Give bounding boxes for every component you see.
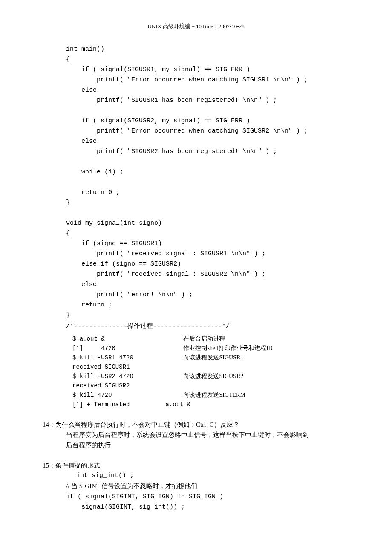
a14-line2: 后台程序的执行 <box>66 440 349 450</box>
term-r5l: $ kill -USR2 4720 <box>72 373 133 380</box>
qa-15: 15：条件捕捉的形式 int sig_int() ; // 当 SIGINT 信… <box>43 460 349 512</box>
term-r2r: 作业控制shell打印作业号和进程ID <box>183 345 272 351</box>
terminal-session: $ a.out & 在后台启动进程 [1] 4720 作业控制shell打印作业… <box>72 334 349 409</box>
term-r7l: $ kill 4720 <box>72 392 112 399</box>
qa-14: 14：为什么当程序后台执行时，不会对中止键（例如：Ctrl+C）反应？ 当程序变… <box>43 419 349 450</box>
code-15b: // 当 SIGINT 信号设置为不忽略时，才捕捉他们 <box>66 481 349 492</box>
sep-text: 操作过程 <box>127 322 153 329</box>
a14-line1: 当程序变为后台程序时，系统会设置忽略中止信号，这样当按下中止键时，不会影响到 <box>66 430 349 440</box>
term-r6l: received SIGUSR2 <box>72 382 130 389</box>
page-header: UNIX 高级环境编－10Time：2007-10-28 <box>43 21 349 32</box>
term-r5r: 向该进程发送SIGUSR2 <box>183 373 243 379</box>
term-r1r: 在后台启动进程 <box>183 335 225 342</box>
document-page: UNIX 高级环境编－10Time：2007-10-28 int main() … <box>0 0 392 538</box>
term-r7r: 向该进程发送SIGTERM <box>183 392 245 398</box>
term-r3l: $ kill -USR1 4720 <box>72 354 133 361</box>
code-block-main: int main() { if ( signal(SIGUSR1, my_sig… <box>66 44 349 321</box>
term-r1l: $ a.out & <box>72 335 105 342</box>
term-r8l: [1] + Terminated a.out & <box>72 401 190 408</box>
sep-post: ------------------*/ <box>153 323 230 330</box>
term-r2l: [1] 4720 <box>72 345 115 352</box>
code-15a: int sig_int() ; <box>72 471 349 481</box>
code-15c: if ( signal(SIGINT, SIG_IGN) != SIG_IGN … <box>66 492 349 512</box>
code-15b-text: // 当 SIGINT 信号设置为不忽略时，才捕捉他们 <box>66 483 197 489</box>
term-r4l: received SIGUSR1 <box>72 364 130 370</box>
q15-text: 15：条件捕捉的形式 <box>43 460 349 471</box>
term-r3r: 向该进程发送SIGUSR1 <box>183 354 243 361</box>
separator-line: /*--------------操作过程------------------*/ <box>66 321 349 332</box>
sep-pre: /*-------------- <box>66 323 127 330</box>
q14-text: 14：为什么当程序后台执行时，不会对中止键（例如：Ctrl+C）反应？ <box>43 419 349 430</box>
